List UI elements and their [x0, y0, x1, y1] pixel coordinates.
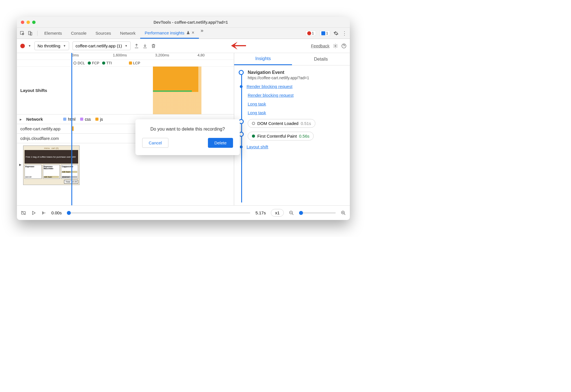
recording-toolbar: ▼ No throttling ▼ coffee-cart.netlify.ap…	[17, 39, 350, 53]
feedback-link[interactable]: Feedback	[311, 43, 330, 48]
net-type-js: js	[95, 117, 103, 122]
main-area: 0ms 1,600ms 3,200ms 4,80 DCL FCP TTI LCP…	[17, 53, 350, 205]
insights-pane: Insights Details Navigation Event https:…	[234, 53, 350, 205]
titlebar: DevTools - coffee-cart.netlify.app/?ad=1	[17, 17, 350, 28]
chevron-down-icon: ▼	[63, 44, 66, 47]
insight-dot-icon	[240, 146, 243, 148]
record-dropdown-icon[interactable]: ▼	[28, 44, 31, 47]
tabs-overflow-icon[interactable]: »	[199, 28, 205, 39]
tabbar: Elements Console Sources Network Perform…	[17, 28, 350, 39]
insight-tabs: Insights Details	[234, 53, 350, 65]
marker-fcp[interactable]: FCP	[88, 61, 99, 65]
insight-metric-pill[interactable]: First Contentful Paint 0.56s	[248, 132, 314, 140]
insight-metric-pill[interactable]: DOM Content Loaded 0.51s	[248, 119, 315, 128]
tab-console[interactable]: Console	[67, 28, 91, 39]
layout-shift-bar[interactable]	[153, 91, 192, 92]
delete-button[interactable]: Delete	[208, 138, 233, 148]
recording-select[interactable]: coffee-cart.netlify.app (1) ▼	[73, 41, 131, 50]
playhead-line	[71, 53, 72, 205]
settings-gear-icon[interactable]	[333, 31, 339, 36]
insight-link[interactable]: Long task	[248, 102, 266, 106]
insight-url: https://coffee-cart.netlify.app/?ad=1	[248, 76, 345, 80]
insight-link[interactable]: Render blocking request	[247, 84, 293, 89]
minimize-window[interactable]	[27, 21, 30, 24]
trash-icon[interactable]	[151, 43, 156, 49]
play-slider[interactable]	[67, 212, 251, 213]
tab-details[interactable]: Details	[292, 53, 350, 65]
tab-elements[interactable]: Elements	[40, 28, 67, 39]
zoom-out-icon[interactable]	[289, 210, 294, 215]
marker-lcp[interactable]: LCP	[129, 61, 140, 65]
net-type-css: css	[80, 117, 91, 122]
tab-performance-insights[interactable]: Performance insights ×	[140, 28, 199, 39]
layout-shifts-track: Layout Shifts	[17, 67, 234, 114]
layout-shifts-label: Layout Shifts	[17, 88, 72, 93]
rewind-icon[interactable]	[41, 210, 46, 215]
network-label: Network	[26, 117, 43, 122]
dot-icon	[252, 135, 255, 138]
tab-network[interactable]: Network	[116, 28, 140, 39]
toolbar-left-icons	[20, 31, 38, 36]
throttling-select[interactable]: No throttling ▼	[34, 41, 69, 50]
record-button[interactable]	[20, 44, 25, 48]
annotation-arrow	[230, 39, 247, 52]
message-badge[interactable]: 1	[319, 30, 330, 36]
device-toggle-icon[interactable]	[28, 31, 33, 36]
close-window[interactable]	[21, 21, 24, 24]
insights-body: Navigation Event https://coffee-cart.net…	[234, 65, 350, 205]
traffic-lights	[21, 21, 36, 24]
insight-link[interactable]: Layout shift	[247, 144, 268, 149]
play-icon[interactable]	[31, 210, 36, 215]
layout-shift-block[interactable]	[153, 67, 198, 92]
dialog-message: Do you want to delete this recording?	[142, 127, 233, 132]
zoom-slider[interactable]	[299, 212, 336, 213]
screenshot-toggle-icon[interactable]	[21, 210, 26, 215]
kebab-menu-icon[interactable]: ⋮	[342, 30, 347, 36]
insight-dot-icon	[240, 85, 243, 88]
screenshot-thumbnail[interactable]: menucart (0) Free 1 bag of coffee beans …	[23, 146, 80, 185]
net-type-html: html	[63, 117, 75, 122]
insight-title: Navigation Event	[248, 70, 345, 75]
window-title: DevTools - coffee-cart.netlify.app/?ad=1	[36, 20, 346, 25]
maximize-window[interactable]	[32, 21, 36, 24]
inspect-icon[interactable]	[20, 31, 25, 36]
tab-sources[interactable]: Sources	[91, 28, 116, 39]
toolbar-gear-icon[interactable]	[333, 43, 338, 49]
close-tab-icon[interactable]: ×	[192, 30, 194, 35]
tab-insights[interactable]: Insights	[234, 53, 292, 65]
zoom-in-icon[interactable]	[341, 210, 346, 215]
error-badge[interactable]: 1	[305, 30, 316, 36]
ring-icon	[252, 122, 255, 125]
insight-link[interactable]: Render blocking request	[248, 93, 294, 98]
marker-tti[interactable]: TTI	[102, 61, 112, 65]
devtools-window: DevTools - coffee-cart.netlify.app/?ad=1…	[17, 17, 350, 220]
help-icon[interactable]	[341, 43, 346, 49]
playbar: 0.00s 5.17s x1	[17, 205, 350, 220]
svg-point-3	[335, 45, 336, 47]
time-axis: 0ms 1,600ms 3,200ms 4,80	[17, 53, 234, 60]
cancel-button[interactable]: Cancel	[142, 138, 168, 148]
flask-icon	[186, 31, 190, 35]
marker-dcl[interactable]: DCL	[73, 61, 85, 65]
time-end: 5.17s	[255, 210, 266, 215]
time-start: 0.00s	[51, 210, 62, 215]
download-icon[interactable]	[142, 43, 148, 49]
upload-icon[interactable]	[134, 43, 139, 49]
confirm-dialog: Do you want to delete this recording? Ca…	[135, 119, 240, 155]
insight-link[interactable]: Long task	[248, 110, 266, 115]
insight-node-icon	[239, 70, 244, 75]
markers-row: DCL FCP TTI LCP	[17, 60, 234, 67]
chevron-down-icon: ▼	[125, 44, 128, 47]
speed-button[interactable]: x1	[271, 209, 284, 217]
